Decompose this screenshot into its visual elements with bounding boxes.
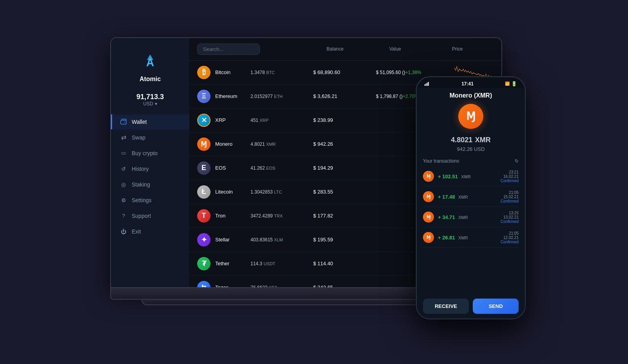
coin-balance: 451 XRP: [250, 118, 313, 123]
coin-icon: Ɱ: [197, 138, 211, 151]
col-price: Price: [452, 46, 501, 52]
tx-meta: 13:25 13.02.21 Confirmed: [501, 211, 519, 224]
svg-rect-2: [121, 120, 126, 124]
refresh-tx-icon[interactable]: ↻: [515, 158, 519, 164]
coin-name: Stellar: [215, 237, 250, 243]
tx-time: 23:21: [501, 170, 519, 174]
currency-selector[interactable]: USD ▾: [111, 101, 189, 107]
phone-balance-large: 4.8021 XMR: [423, 134, 519, 145]
coin-balance: 41.262 EOS: [250, 165, 313, 171]
sidebar-item-buy-crypto[interactable]: ▭ Buy crypto: [111, 146, 189, 161]
phone-tx-header: Your transactions ↻: [423, 158, 519, 164]
tx-coin-icon: Ɱ: [423, 191, 434, 202]
sidebar-item-staking[interactable]: ◎ Staking: [111, 177, 189, 192]
svg-rect-6: [428, 82, 429, 86]
monero-glyph: Ɱ: [466, 110, 476, 123]
tx-status: Confirmed: [501, 199, 519, 203]
phone-time: 17:41: [461, 81, 474, 87]
tx-amount: + 102.51 XMR: [438, 173, 497, 180]
signal-icon: [425, 82, 430, 86]
coin-balance: 1.3042853 LTC: [250, 189, 313, 195]
sidebar-history-label: History: [132, 166, 149, 172]
atomic-logo-icon: A: [139, 51, 161, 73]
sidebar-item-support[interactable]: ? Support: [111, 208, 189, 223]
tx-time: 21:05: [501, 190, 519, 195]
exit-icon: ⏻: [120, 228, 127, 235]
phone-transaction-row[interactable]: Ɱ + 26.81 XMR 21:05 12.02.21 Confirmed: [423, 228, 519, 248]
settings-icon: ⚙: [120, 197, 127, 204]
sidebar-wallet-label: Wallet: [132, 119, 147, 125]
send-button[interactable]: SEND: [473, 299, 519, 314]
coin-name: Ethereum: [215, 93, 250, 99]
tx-meta: 21:05 12.02.21 Confirmed: [501, 231, 519, 244]
phone-battery: 📶 🔋: [505, 81, 517, 87]
col-balance: Balance: [327, 46, 389, 52]
coin-balance: 2.0152977 ETH: [250, 94, 313, 99]
tx-status: Confirmed: [501, 240, 519, 244]
nav-items: Wallet ⇄ Swap ▭ Buy crypto ↺ History: [111, 114, 189, 239]
phone-tx-list: Ɱ + 102.51 XMR 23:21 16.02.21 Confirmed …: [423, 167, 519, 294]
phone-balance-usd: 942.26 USD: [423, 146, 519, 152]
logo-area: A Atomic: [111, 47, 189, 91]
receive-button[interactable]: RECEIVE: [423, 299, 469, 314]
history-icon: ↺: [120, 165, 127, 172]
coin-icon: ✦: [197, 233, 211, 246]
coin-name: Tezos: [215, 284, 250, 287]
tx-coin-icon: Ɱ: [423, 171, 434, 182]
coin-value: $ 194.29: [313, 165, 376, 171]
tx-time: 21:05: [501, 231, 519, 235]
coin-name: Litecoin: [215, 189, 250, 195]
phone-status-bar: 17:41 📶 🔋: [417, 77, 525, 88]
coin-name: Bitcoin: [215, 69, 250, 75]
phone-transaction-row[interactable]: Ɱ + 17.48 XMR 21:05 15.02.21 Confirmed: [423, 187, 519, 207]
coin-name: EOS: [215, 165, 250, 171]
phone-coin-title: Monero (XMR): [423, 92, 519, 99]
col-headers: Balance Value Price 30 day trend: [260, 46, 501, 52]
coin-balance: 3472.4289 TRX: [250, 213, 313, 219]
coin-value: $ 114.40: [313, 261, 376, 266]
svg-rect-3: [425, 84, 425, 86]
svg-rect-5: [427, 83, 428, 86]
coin-value: $ 3,626.21: [313, 93, 376, 99]
scene: A Atomic 91,713.3 USD ▾: [98, 22, 530, 343]
sidebar-item-wallet[interactable]: Wallet: [111, 114, 189, 129]
balance-area: 91,713.3 USD ▾: [111, 93, 189, 107]
sidebar-staking-label: Staking: [132, 181, 150, 188]
sidebar-item-settings[interactable]: ⚙ Settings: [111, 193, 189, 208]
sidebar-item-history[interactable]: ↺ History: [111, 161, 189, 176]
coin-balance: 114.3 USDT: [250, 261, 313, 266]
logo-name: Atomic: [140, 76, 161, 83]
coin-balance: 4.8021 XMR: [250, 141, 313, 147]
coin-icon: ₮: [197, 257, 211, 270]
sidebar-item-exit[interactable]: ⏻ Exit: [111, 224, 189, 239]
tx-amount: + 17.48 XMR: [438, 193, 497, 200]
phone-transaction-row[interactable]: Ɱ + 102.51 XMR 23:21 16.02.21 Confirmed: [423, 167, 519, 187]
coin-balance: 1.3478 BTC: [250, 70, 313, 75]
coin-icon: Ξ: [197, 90, 211, 103]
tx-amount: + 26.81 XMR: [438, 234, 497, 241]
coin-value: $ 238.99: [313, 117, 376, 123]
buy-crypto-icon: ▭: [120, 150, 127, 157]
sidebar-swap-label: Swap: [132, 134, 145, 141]
col-value: Value: [389, 46, 452, 52]
sidebar-item-swap[interactable]: ⇄ Swap: [111, 130, 189, 145]
phone-transaction-row[interactable]: Ɱ + 34.71 XMR 13:25 13.02.21 Confirmed: [423, 208, 519, 227]
tx-date: 16.02.21: [501, 174, 519, 179]
coin-name: Tether: [215, 261, 250, 266]
coin-value: $ 177.82: [313, 213, 376, 219]
tx-amount: + 34.71 XMR: [438, 214, 497, 221]
phone-signal: [425, 82, 430, 86]
search-input[interactable]: [197, 43, 260, 55]
svg-rect-4: [426, 83, 427, 86]
coin-icon: Ł: [197, 185, 211, 199]
coin-name: Tron: [215, 213, 250, 219]
coin-icon: T: [197, 209, 211, 223]
coin-icon: ₿: [197, 66, 211, 79]
battery-icon: 🔋: [511, 81, 517, 87]
coin-icon: ✕: [197, 114, 211, 127]
coin-value: $ 68,890.60: [313, 69, 376, 75]
sidebar-settings-label: Settings: [132, 197, 152, 203]
tx-date: 15.02.21: [501, 195, 519, 199]
phone-actions: RECEIVE SEND: [417, 294, 525, 319]
wifi-icon: 📶: [505, 81, 510, 86]
